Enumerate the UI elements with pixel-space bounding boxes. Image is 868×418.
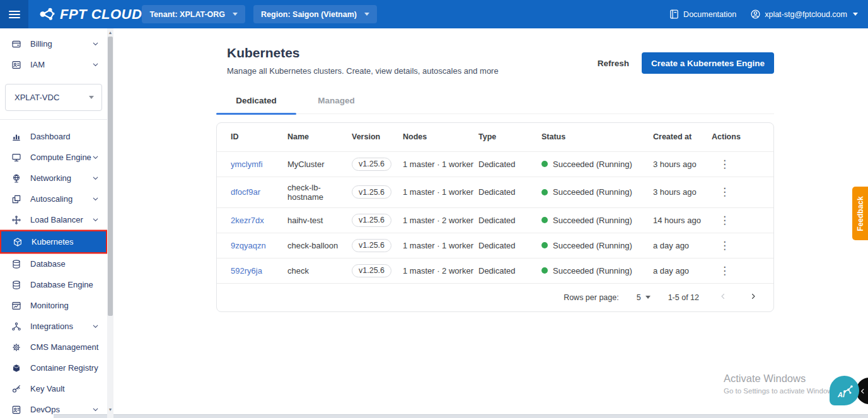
sidebar: BillingIAM XPLAT-VDC DashboardCompute En… bbox=[0, 28, 107, 414]
brand-logo[interactable]: FPT CLOUD bbox=[38, 6, 142, 23]
networking-icon bbox=[11, 173, 21, 183]
kebab-menu-icon[interactable]: ⋮ bbox=[712, 215, 738, 226]
sidebar-item-cms-management[interactable]: CMS Management bbox=[0, 337, 107, 357]
region-label: Region: Saigon (Vietnam) bbox=[261, 10, 357, 19]
cluster-type: Dedicated bbox=[478, 207, 541, 233]
chevron-down-icon bbox=[91, 322, 100, 330]
rows-per-page-label: Rows per page: bbox=[564, 293, 619, 302]
version-badge: v1.25.6 bbox=[352, 185, 391, 199]
table-header-row: ID Name Version Nodes Type Status Create… bbox=[217, 123, 774, 151]
horizontal-scrollbar[interactable] bbox=[54, 414, 868, 418]
table-row: 9zqyaqzncheck-balloonv1.25.61 master · 1… bbox=[217, 233, 774, 258]
cluster-nodes: 1 master · 1 worker bbox=[403, 151, 478, 177]
devops-icon bbox=[11, 405, 21, 415]
sidebar-item-label: Billing bbox=[30, 39, 91, 49]
autoscaling-icon bbox=[11, 194, 21, 204]
kebab-menu-icon[interactable]: ⋮ bbox=[712, 187, 738, 197]
sidebar-item-compute-engine[interactable]: Compute Engine bbox=[0, 147, 107, 168]
sidebar-item-kubernetes[interactable]: Kubernetes bbox=[1, 231, 106, 252]
sidebar-item-monitoring[interactable]: Monitoring bbox=[0, 295, 107, 316]
created-at: a day ago bbox=[653, 258, 712, 283]
kebab-menu-icon[interactable]: ⋮ bbox=[712, 240, 738, 251]
clusters-table: ID Name Version Nodes Type Status Create… bbox=[217, 123, 774, 283]
status-dot-icon bbox=[541, 242, 548, 248]
account-menu[interactable]: xplat-stg@fptcloud.com bbox=[750, 9, 858, 20]
status-text: Succeeded (Running) bbox=[553, 216, 632, 225]
ai-molecule-icon: AI bbox=[834, 380, 855, 402]
pagination-range: 1-5 of 12 bbox=[668, 293, 699, 302]
sidebar-item-networking[interactable]: Networking bbox=[0, 168, 107, 189]
clusters-card: ID Name Version Nodes Type Status Create… bbox=[216, 122, 774, 312]
region-selector[interactable]: Region: Saigon (Vietnam) bbox=[253, 5, 377, 23]
brand-name: FPT CLOUD bbox=[60, 6, 142, 23]
rows-per-page-select[interactable]: 5 bbox=[637, 293, 651, 302]
account-email: xplat-stg@fptcloud.com bbox=[765, 10, 847, 19]
load-balancer-icon bbox=[11, 215, 21, 225]
chevron-down-icon bbox=[233, 13, 238, 16]
column-header-id: ID bbox=[217, 123, 287, 151]
refresh-button[interactable]: Refresh bbox=[598, 59, 629, 68]
cluster-name: check bbox=[287, 258, 352, 283]
activate-windows-watermark: Activate Windows Go to Settings to activ… bbox=[724, 373, 836, 395]
sidebar-item-integrations[interactable]: Integrations bbox=[0, 316, 107, 337]
sidebar-item-label: Integrations bbox=[30, 322, 91, 331]
cluster-name: check-lb-hostname bbox=[287, 177, 352, 207]
vdc-selector[interactable]: XPLAT-VDC bbox=[5, 84, 102, 111]
cluster-id-link[interactable]: ymclymfi bbox=[231, 160, 263, 169]
activate-windows-line1: Activate Windows bbox=[724, 373, 836, 385]
cluster-id-link[interactable]: 2kezr7dx bbox=[231, 216, 264, 225]
sidebar-item-label: Database Engine bbox=[30, 280, 100, 289]
scrollbar-thumb[interactable] bbox=[108, 37, 113, 316]
cluster-id-link[interactable]: dfocf9ar bbox=[231, 187, 260, 197]
compute-engine-icon bbox=[11, 153, 21, 163]
documentation-label: Documentation bbox=[683, 10, 736, 19]
chevron-down-icon bbox=[91, 405, 100, 414]
sidebar-item-container-registry[interactable]: Container Registry bbox=[0, 357, 107, 378]
cluster-type: Dedicated bbox=[478, 177, 541, 207]
ai-chat-button[interactable]: AI bbox=[830, 376, 859, 405]
cluster-id-link[interactable]: 592ry6ja bbox=[231, 266, 262, 276]
monitoring-icon bbox=[11, 301, 21, 311]
version-badge: v1.25.6 bbox=[352, 264, 391, 277]
tab-managed[interactable]: Managed bbox=[296, 89, 376, 113]
sidebar-item-autoscaling[interactable]: Autoscaling bbox=[0, 189, 107, 209]
tenant-selector[interactable]: Tenant: XPLAT-ORG bbox=[142, 5, 245, 23]
chevron-left-icon bbox=[719, 293, 727, 300]
next-page-button[interactable] bbox=[747, 293, 760, 302]
table-row: ymclymfiMyClusterv1.25.61 master · 1 wor… bbox=[217, 151, 774, 177]
feedback-tab[interactable]: Feedback bbox=[852, 187, 868, 240]
sidebar-item-database[interactable]: Database bbox=[0, 253, 107, 274]
sidebar-item-dashboard[interactable]: Dashboard bbox=[0, 126, 107, 147]
chevron-down-icon bbox=[91, 216, 100, 224]
sidebar-item-iam[interactable]: IAM bbox=[0, 54, 107, 75]
chevron-down-icon bbox=[853, 13, 858, 16]
sidebar-item-load-balancer[interactable]: Load Balancer bbox=[0, 209, 107, 230]
kebab-menu-icon[interactable]: ⋮ bbox=[712, 265, 738, 276]
hamburger-menu-button[interactable] bbox=[0, 0, 28, 28]
version-badge: v1.25.6 bbox=[352, 239, 391, 252]
tab-dedicated[interactable]: Dedicated bbox=[216, 89, 296, 113]
sidebar-scrollbar[interactable]: ▲ ▼ bbox=[107, 28, 113, 418]
version-badge: v1.25.6 bbox=[352, 214, 391, 227]
documentation-link[interactable]: Documentation bbox=[669, 9, 736, 20]
sidebar-item-billing[interactable]: Billing bbox=[0, 33, 107, 54]
top-bar-right: Documentation xplat-stg@fptcloud.com bbox=[669, 9, 868, 20]
billing-icon bbox=[11, 39, 21, 49]
sidebar-item-devops[interactable]: DevOps bbox=[0, 399, 107, 418]
kebab-menu-icon[interactable]: ⋮ bbox=[712, 159, 738, 170]
scroll-down-icon[interactable]: ▼ bbox=[107, 407, 113, 413]
dashboard-icon bbox=[11, 132, 21, 142]
ai-label: AI bbox=[837, 391, 845, 398]
cluster-id-link[interactable]: 9zqyaqzn bbox=[231, 241, 266, 250]
sidebar-item-key-vault[interactable]: Key Vault bbox=[0, 378, 107, 399]
rows-per-page-value: 5 bbox=[637, 293, 641, 302]
sidebar-item-database-engine[interactable]: Database Engine bbox=[0, 274, 107, 295]
sidebar-item-label: Monitoring bbox=[30, 301, 100, 310]
scroll-up-icon[interactable]: ▲ bbox=[107, 30, 113, 36]
column-header-name: Name bbox=[287, 123, 352, 151]
previous-page-button[interactable] bbox=[717, 293, 729, 302]
column-header-actions: Actions bbox=[712, 123, 774, 151]
create-kubernetes-engine-button[interactable]: Create a Kubernetes Engine bbox=[642, 52, 774, 74]
column-header-version: Version bbox=[352, 123, 403, 151]
database-icon bbox=[11, 259, 21, 269]
